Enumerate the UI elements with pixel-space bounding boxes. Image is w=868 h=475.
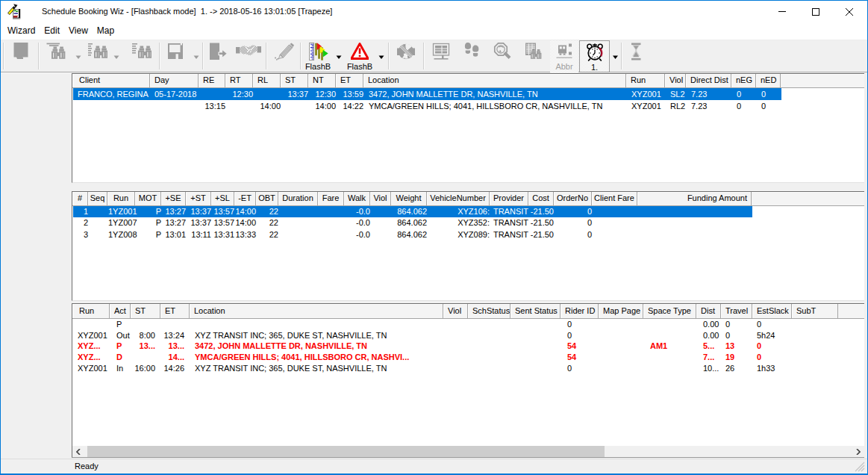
column-header[interactable]: ET: [336, 74, 363, 88]
column-header[interactable]: ST: [281, 74, 308, 88]
column-header[interactable]: Day: [150, 74, 199, 88]
export-button[interactable]: [204, 40, 234, 72]
column-header[interactable]: Travel: [721, 304, 752, 319]
scrollbar-thumb[interactable]: [87, 446, 605, 458]
column-header[interactable]: Client Fare: [592, 192, 637, 206]
column-header[interactable]: Direct Dist: [686, 74, 731, 88]
column-header[interactable]: Rider ID: [561, 304, 599, 319]
find-booking-dropdown[interactable]: [111, 40, 122, 70]
minimize-button[interactable]: [765, 1, 799, 22]
column-header[interactable]: -ET: [234, 192, 256, 206]
menu-item-view[interactable]: View: [64, 22, 93, 40]
maximize-button[interactable]: [799, 1, 832, 22]
column-header[interactable]: +SL: [211, 192, 234, 206]
table-row[interactable]: XYZ001In16:0014:26XYZ TRANSIT INC; 365, …: [73, 363, 839, 374]
column-header[interactable]: Space Type: [643, 304, 696, 319]
abbr-train-icon: [555, 43, 573, 60]
save-dropdown[interactable]: [191, 40, 202, 70]
find-client-button[interactable]: [42, 40, 69, 72]
table-row[interactable]: XYZ...P13...13...3472, JOHN MALLETTE DR,…: [73, 341, 839, 352]
column-header[interactable]: Sent Status: [511, 304, 561, 319]
table-row[interactable]: XYZ001Out8:0013:24XYZ TRANSIT INC; 365, …: [73, 330, 839, 341]
column-header[interactable]: Funding Amount: [637, 192, 752, 206]
menu-item-edit[interactable]: Edit: [40, 22, 64, 40]
cell: [281, 100, 309, 112]
sheet-find-button[interactable]: [519, 40, 547, 72]
column-header[interactable]: Run: [107, 192, 135, 206]
column-header[interactable]: EstSlack: [752, 304, 792, 319]
footprints-button[interactable]: [458, 40, 485, 72]
column-header[interactable]: Viol: [370, 192, 391, 206]
magnifier-button[interactable]: [487, 40, 517, 72]
table-row[interactable]: 31YZ008P13:0113:1113:3113:3322-0.0864.06…: [73, 229, 752, 241]
column-header[interactable]: NT: [308, 74, 336, 88]
cell: [793, 319, 839, 330]
column-header[interactable]: ST: [131, 304, 160, 319]
size-grip[interactable]: [854, 461, 866, 473]
save-button[interactable]: [162, 40, 189, 72]
close-button[interactable]: [832, 1, 866, 22]
column-header[interactable]: OrderNo: [554, 192, 592, 206]
flashback-chart-button-label: FlashB: [301, 62, 335, 71]
globe-money-button[interactable]: [391, 40, 421, 72]
column-header[interactable]: #: [72, 192, 88, 206]
column-header[interactable]: RL: [253, 74, 281, 88]
pen-button[interactable]: [268, 40, 298, 72]
handshake-button[interactable]: [230, 40, 260, 72]
column-header[interactable]: nEG: [731, 74, 756, 88]
scroll-right-button[interactable]: [852, 446, 864, 458]
column-header[interactable]: SubT: [792, 304, 838, 319]
column-header[interactable]: MOT: [135, 192, 161, 206]
column-header[interactable]: OBT: [256, 192, 278, 206]
flashback-warning-button[interactable]: FlashB: [343, 40, 376, 72]
column-header[interactable]: VehicleNumber: [427, 192, 490, 206]
column-header[interactable]: nED: [756, 74, 781, 88]
column-header[interactable]: RT: [225, 74, 253, 88]
column-header[interactable]: Location: [363, 74, 626, 88]
column-header[interactable]: Fare: [318, 192, 344, 206]
column-header[interactable]: Run: [72, 304, 110, 319]
column-header[interactable]: Cost: [528, 192, 554, 206]
find-run-button[interactable]: [128, 40, 154, 72]
find-client-dropdown[interactable]: [73, 40, 84, 70]
table-row[interactable]: 11YZ001P13:2713:3713:5714:0022-0.0864.06…: [73, 206, 752, 218]
column-header[interactable]: Client: [72, 74, 150, 88]
column-header[interactable]: Viol: [665, 74, 686, 88]
horizontal-scrollbar[interactable]: [72, 446, 864, 458]
scroll-left-button[interactable]: [72, 446, 84, 458]
column-header[interactable]: Viol: [443, 304, 468, 319]
column-header[interactable]: Provider: [490, 192, 528, 206]
notes-button[interactable]: [7, 40, 35, 72]
table-row[interactable]: 13:1514:0014:0014:22YMCA/GREEN HILLS; 40…: [73, 100, 781, 112]
column-header[interactable]: Dist: [696, 304, 721, 319]
monitor-button[interactable]: [427, 40, 455, 72]
column-header[interactable]: Walk: [344, 192, 370, 206]
column-header[interactable]: RE: [199, 74, 225, 88]
column-header[interactable]: Map Page: [599, 304, 643, 319]
table-row[interactable]: XYZ...D14...YMCA/GREEN HILLS; 4041, HILL…: [73, 352, 839, 363]
hourglass-button[interactable]: [622, 40, 649, 72]
abbr-button[interactable]: Abbr: [550, 40, 578, 72]
table-row[interactable]: P00.0000: [73, 319, 839, 330]
column-header[interactable]: SchStatus: [468, 304, 511, 319]
column-header[interactable]: Location: [190, 304, 443, 319]
cell: 54: [561, 352, 599, 363]
menu-item-wizard[interactable]: Wizard: [3, 22, 40, 40]
find-booking-button[interactable]: [84, 40, 110, 72]
column-header[interactable]: +ST: [186, 192, 211, 206]
flashback-chart-button[interactable]: FlashB: [301, 40, 335, 72]
flashback-chart-dropdown[interactable]: [334, 40, 343, 70]
flashback-warning-dropdown[interactable]: [377, 40, 386, 70]
column-header[interactable]: +SE: [161, 192, 186, 206]
menu-item-map[interactable]: Map: [93, 22, 119, 40]
table-row[interactable]: FRANCO, REGINA05-17-201812:3013:3712:301…: [73, 88, 781, 100]
column-header[interactable]: Seq: [88, 192, 107, 206]
column-header[interactable]: Act: [110, 304, 131, 319]
column-header[interactable]: Weight: [391, 192, 427, 206]
clock-dropdown[interactable]: [610, 40, 621, 70]
column-header[interactable]: Run: [626, 74, 665, 88]
table-row[interactable]: 21YZ007P13:2713:3713:5714:0022-0.0864.06…: [73, 217, 752, 229]
column-header[interactable]: Duration: [278, 192, 318, 206]
column-header[interactable]: ET: [160, 304, 190, 319]
clock-button[interactable]: 1.: [579, 40, 610, 72]
